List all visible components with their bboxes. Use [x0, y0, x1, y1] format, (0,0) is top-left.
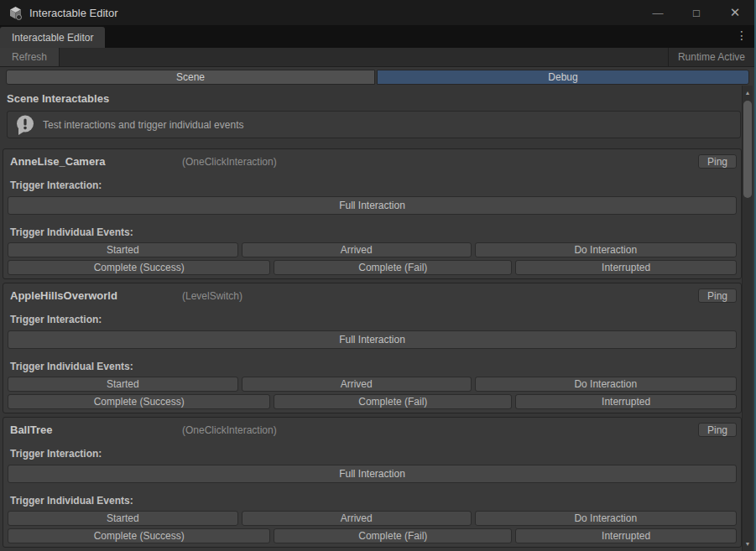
editor-tab-bar: Interactable Editor ⋮	[0, 25, 754, 48]
trigger-events-label: Trigger Individual Events:	[10, 226, 737, 238]
window-controls: — □ ✕	[639, 0, 754, 25]
interactable-editor-window: Interactable Editor — □ ✕ Interactable E…	[0, 0, 756, 551]
full-interaction-button[interactable]: Full Interaction	[8, 330, 737, 349]
complete-success-button[interactable]: Complete (Success)	[8, 528, 270, 543]
event-buttons-row-1: Started Arrived Do Interaction	[8, 377, 737, 392]
window-title: Interactable Editor	[29, 7, 118, 19]
ping-button[interactable]: Ping	[698, 154, 737, 169]
complete-success-button[interactable]: Complete (Success)	[8, 394, 270, 409]
arrived-button[interactable]: Arrived	[242, 511, 472, 526]
scrollbar-thumb[interactable]	[743, 101, 752, 198]
event-buttons-row-1: Started Arrived Do Interaction	[8, 511, 737, 526]
view-mode-tabs: Scene Debug	[6, 70, 749, 85]
debug-tab-button[interactable]: Debug	[377, 70, 749, 85]
scene-tab-button[interactable]: Scene	[6, 70, 375, 85]
interactable-section-balltree: BallTree (OneClickInteraction) Ping Trig…	[3, 417, 742, 548]
interrupted-button[interactable]: Interrupted	[515, 394, 737, 409]
ping-button[interactable]: Ping	[698, 423, 737, 437]
complete-fail-button[interactable]: Complete (Fail)	[274, 260, 512, 275]
scene-interactables-panel: Scene Interactables Test interactions an…	[0, 84, 743, 551]
interaction-type-label: (OneClickInteraction)	[182, 156, 277, 168]
minimize-icon[interactable]: —	[639, 0, 677, 25]
toolbar: Refresh Runtime Active	[0, 48, 754, 67]
kebab-menu-icon[interactable]: ⋮	[736, 29, 748, 42]
section-header: AppleHillsOverworld (LevelSwitch) Ping	[8, 288, 737, 303]
interactable-name: AppleHillsOverworld	[8, 289, 182, 302]
title-bar: Interactable Editor — □ ✕	[0, 0, 754, 25]
interrupted-button[interactable]: Interrupted	[515, 260, 737, 275]
do-interaction-button[interactable]: Do Interaction	[475, 511, 737, 526]
interrupted-button[interactable]: Interrupted	[515, 528, 737, 543]
started-button[interactable]: Started	[8, 242, 238, 257]
trigger-interaction-label: Trigger Interaction:	[10, 448, 737, 460]
complete-fail-button[interactable]: Complete (Fail)	[274, 394, 512, 409]
ping-button[interactable]: Ping	[698, 288, 737, 303]
refresh-button[interactable]: Refresh	[0, 48, 60, 66]
interaction-type-label: (OneClickInteraction)	[182, 424, 277, 436]
trigger-interaction-label: Trigger Interaction:	[10, 314, 737, 325]
unity-cube-icon	[8, 6, 23, 20]
full-interaction-button[interactable]: Full Interaction	[8, 465, 737, 483]
scroll-up-icon[interactable]: ▲	[743, 87, 753, 98]
complete-fail-button[interactable]: Complete (Fail)	[274, 528, 512, 543]
section-header: BallTree (OneClickInteraction) Ping	[8, 423, 737, 437]
trigger-events-label: Trigger Individual Events:	[10, 495, 737, 507]
event-buttons-row-1: Started Arrived Do Interaction	[8, 242, 737, 257]
event-buttons-row-2: Complete (Success) Complete (Fail) Inter…	[8, 394, 737, 409]
interactable-section-applehills-overworld: AppleHillsOverworld (LevelSwitch) Ping T…	[3, 283, 742, 413]
section-header: AnneLise_Camera (OneClickInteraction) Pi…	[8, 154, 737, 169]
trigger-interaction-label: Trigger Interaction:	[10, 179, 737, 191]
event-buttons-row-2: Complete (Success) Complete (Fail) Inter…	[8, 528, 737, 543]
do-interaction-button[interactable]: Do Interaction	[475, 242, 737, 257]
started-button[interactable]: Started	[8, 511, 238, 526]
tab-interactable-editor[interactable]: Interactable Editor	[0, 27, 105, 48]
toolbar-spacer	[60, 48, 668, 66]
complete-success-button[interactable]: Complete (Success)	[8, 260, 270, 275]
info-help-box: Test interactions and trigger individual…	[7, 111, 741, 138]
runtime-active-label: Runtime Active	[668, 48, 754, 66]
info-bubble-icon	[14, 114, 36, 136]
event-buttons-row-2: Complete (Success) Complete (Fail) Inter…	[8, 260, 737, 275]
full-interaction-button[interactable]: Full Interaction	[8, 196, 737, 215]
scroll-down-icon[interactable]: ▼	[743, 538, 753, 549]
arrived-button[interactable]: Arrived	[242, 242, 472, 257]
vertical-scrollbar[interactable]: ▲ ▼	[742, 86, 753, 551]
interactable-name: AnneLise_Camera	[8, 155, 182, 168]
panel-heading: Scene Interactables	[7, 92, 743, 105]
arrived-button[interactable]: Arrived	[242, 377, 472, 392]
close-icon[interactable]: ✕	[716, 0, 754, 25]
interactable-section-annelise-camera: AnneLise_Camera (OneClickInteraction) Pi…	[3, 148, 742, 279]
do-interaction-button[interactable]: Do Interaction	[475, 377, 737, 392]
interaction-type-label: (LevelSwitch)	[182, 290, 242, 302]
started-button[interactable]: Started	[8, 377, 238, 392]
maximize-icon[interactable]: □	[677, 0, 716, 25]
interactable-name: BallTree	[8, 424, 182, 436]
help-text: Test interactions and trigger individual…	[43, 119, 243, 131]
trigger-events-label: Trigger Individual Events:	[10, 361, 737, 372]
